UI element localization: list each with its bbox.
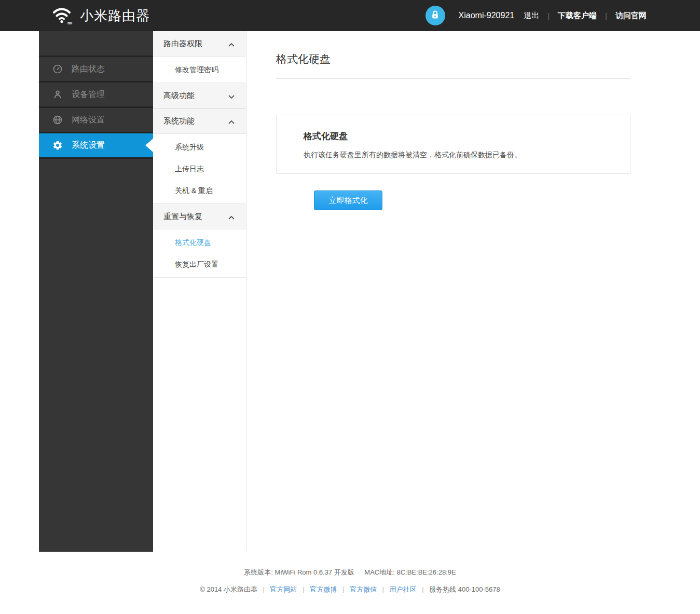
sidebar-spacer <box>39 31 153 57</box>
subnav-item-format-disk[interactable]: 格式化硬盘 <box>153 231 246 253</box>
active-item-notch <box>145 139 153 152</box>
globe-icon <box>52 115 63 125</box>
mac-address: MAC地址: 8C:BE:BE:26:28:9E <box>364 568 456 576</box>
subnav-group-router-permissions[interactable]: 路由器权限 <box>153 31 246 57</box>
system-version: 系统版本: MiWiFi Rom 0.6.37 开发版 <box>244 568 354 576</box>
wifi-mi-icon: mi <box>50 4 73 28</box>
gear-icon <box>52 140 63 151</box>
subnav-group-system-functions[interactable]: 系统功能 <box>153 108 246 134</box>
main-content: 格式化硬盘 格式化硬盘 执行该任务硬盘里所有的数据将被清空，格式化前确保数据已备… <box>276 31 630 210</box>
avatar[interactable] <box>426 6 445 25</box>
footer-links-row: © 2014 小米路由器 | 官方网站 | 官方微博 | 官方微信 | 用户社区… <box>0 585 700 594</box>
footer-system-info: 系统版本: MiWiFi Rom 0.6.37 开发版 MAC地址: 8C:BE… <box>0 568 700 577</box>
card-description: 执行该任务硬盘里所有的数据将被清空，格式化前确保数据已备份。 <box>304 151 614 160</box>
lock-icon <box>430 9 441 22</box>
logout-link[interactable]: 退出 <box>524 11 539 21</box>
footer-divider: | <box>382 585 384 593</box>
subnav-item-system-upgrade[interactable]: 系统升级 <box>153 136 246 158</box>
header-divider: | <box>605 11 607 20</box>
sidebar-item-device-management[interactable]: 设备管理 <box>39 83 153 108</box>
brand: mi 小米路由器 <box>50 0 150 31</box>
sidebar-item-label: 网络设置 <box>72 115 105 126</box>
chevron-up-icon <box>228 212 235 221</box>
subnav-group-label: 重置与恢复 <box>163 212 202 222</box>
footer-divider: | <box>422 585 423 593</box>
subnav-item-factory-reset[interactable]: 恢复出厂设置 <box>153 253 246 275</box>
connected-ssid: Xiaomi-920921 <box>459 11 515 20</box>
footer-link-weibo[interactable]: 官方微博 <box>310 585 337 593</box>
page-title: 格式化硬盘 <box>276 52 630 79</box>
subnav-group-advanced-functions[interactable]: 高级功能 <box>153 83 246 108</box>
svg-text:mi: mi <box>67 21 72 25</box>
sidebar-item-label: 设备管理 <box>72 89 105 100</box>
footer-link-wechat[interactable]: 官方微信 <box>350 585 377 593</box>
footer-divider: | <box>303 585 304 593</box>
subnav-group-reset-restore[interactable]: 重置与恢复 <box>153 204 246 229</box>
format-now-button[interactable]: 立即格式化 <box>314 190 382 210</box>
subnav-group-list: 系统升级 上传日志 关机 & 重启 <box>153 134 246 204</box>
copyright: © 2014 小米路由器 <box>200 585 257 593</box>
subnav-group-list: 修改管理密码 <box>153 57 246 83</box>
person-icon <box>52 89 63 100</box>
footer-divider: | <box>342 585 344 593</box>
gauge-icon <box>52 64 63 74</box>
download-client-link[interactable]: 下载客户端 <box>558 11 597 21</box>
footer-link-official-site[interactable]: 官方网站 <box>270 585 297 593</box>
card-title: 格式化硬盘 <box>304 130 614 142</box>
header-divider: | <box>547 11 550 20</box>
subnav-item-shutdown-restart[interactable]: 关机 & 重启 <box>153 180 246 201</box>
page-footer: 系统版本: MiWiFi Rom 0.6.37 开发版 MAC地址: 8C:BE… <box>0 568 700 594</box>
sidebar-item-label: 系统设置 <box>72 140 105 151</box>
footer-divider: | <box>263 585 265 593</box>
sidebar-item-label: 路由状态 <box>72 64 105 75</box>
chevron-up-icon <box>228 117 235 126</box>
subnav-group-list: 格式化硬盘 恢复出厂设置 <box>153 229 246 278</box>
main-sidebar: 路由状态 设备管理 网络设置 <box>39 31 153 552</box>
sidebar-item-system-settings[interactable]: 系统设置 <box>39 133 153 159</box>
sub-navigation: 路由器权限 修改管理密码 高级功能 系统功能 系统升级 上传日志 关机 & 重启 <box>153 31 246 552</box>
header-right: Xiaomi-920921 退出 | 下载客户端 | 访问官网 <box>426 0 647 31</box>
visit-site-link[interactable]: 访问官网 <box>615 11 647 21</box>
subnav-group-label: 高级功能 <box>163 91 195 101</box>
subnav-group-label: 系统功能 <box>163 116 195 126</box>
router-admin-page: mi 小米路由器 Xiaomi-920921 退出 | 下载客户端 | 访问官 <box>0 0 700 614</box>
sidebar-item-router-status[interactable]: 路由状态 <box>39 57 153 83</box>
subnav-group-label: 路由器权限 <box>163 39 202 49</box>
chevron-up-icon <box>228 39 235 48</box>
brand-title: 小米路由器 <box>80 7 150 25</box>
subnav-item-change-admin-password[interactable]: 修改管理密码 <box>153 59 246 80</box>
top-header: mi 小米路由器 Xiaomi-920921 退出 | 下载客户端 | 访问官 <box>0 0 700 31</box>
service-hotline: 服务热线 400-100-5678 <box>429 585 500 593</box>
chevron-down-icon <box>228 91 235 100</box>
format-disk-card: 格式化硬盘 执行该任务硬盘里所有的数据将被清空，格式化前确保数据已备份。 <box>276 115 630 174</box>
footer-link-community[interactable]: 用户社区 <box>390 585 417 593</box>
subnav-item-upload-logs[interactable]: 上传日志 <box>153 158 246 180</box>
sidebar-item-network-settings[interactable]: 网络设置 <box>39 108 153 133</box>
